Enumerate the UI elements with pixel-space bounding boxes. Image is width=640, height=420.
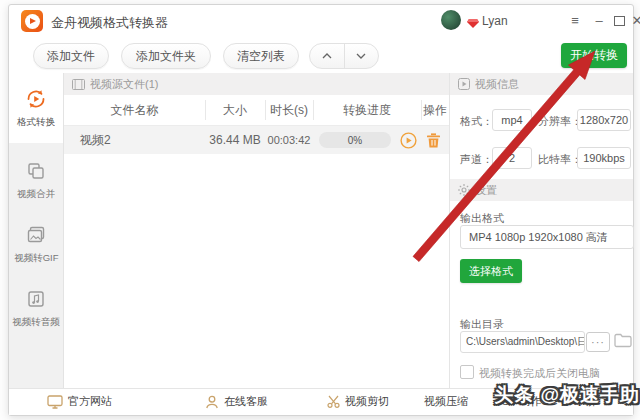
footer-label: 官方网站: [68, 394, 112, 409]
sidebar-item-format-convert[interactable]: 格式转换: [9, 73, 63, 143]
sidebar-item-label: 视频合并: [17, 187, 55, 200]
file-size: 36.44 MB: [205, 126, 265, 154]
footer-item-official-site[interactable]: 官方网站: [47, 389, 112, 414]
output-dir-value[interactable]: C:\Users\admin\Desktop\日常工: [460, 331, 585, 353]
footer-item-online-support[interactable]: 在线客服: [205, 389, 268, 414]
table-header: 文件名称 大小 时长(s) 转换进度 操作: [64, 95, 449, 126]
file-name: 视频2: [80, 126, 111, 154]
footer-item-video-compress[interactable]: 视频压缩: [424, 389, 468, 414]
browse-button[interactable]: ···: [586, 332, 610, 352]
delete-file-button[interactable]: [427, 126, 440, 154]
scissors-icon: [327, 395, 340, 408]
sidebar-item-label: 视频转GIF: [14, 251, 58, 264]
sidebar-item-label: 视频转音频: [12, 315, 60, 328]
add-folder-button[interactable]: 添加文件夹: [121, 43, 211, 69]
vip-gem-icon: [467, 15, 479, 33]
video-info-icon: [458, 78, 470, 90]
footer-label: 视频压缩: [424, 394, 468, 409]
file-list-panel: 视频源文件(1) 文件名称 大小 时长(s) 转换进度 操作 视频2 36.44…: [64, 73, 449, 389]
gear-icon: [458, 184, 470, 196]
minimize-icon[interactable]: –: [589, 12, 609, 30]
username[interactable]: Lyan: [482, 14, 508, 28]
table-row[interactable]: 视频2 36.44 MB 00:03:42 0%: [64, 126, 449, 154]
video-to-audio-icon: [25, 288, 47, 310]
reorder-buttons: [309, 43, 379, 69]
app-logo-icon: [21, 10, 43, 32]
progress-bar: 0%: [319, 132, 391, 148]
col-header-actions: 操作: [421, 95, 449, 125]
person-icon: [205, 395, 219, 409]
sidebar-item-label: 格式转换: [17, 115, 55, 128]
move-up-button[interactable]: [310, 44, 344, 68]
file-section-header: 视频源文件(1): [64, 73, 449, 95]
sidebar: 格式转换 视频合并 视频转GIF 视频转音频: [9, 73, 64, 389]
folder-icon: [614, 333, 632, 348]
video-info-title: 视频信息: [475, 77, 519, 92]
footer-item-video-cut[interactable]: 视频剪切: [327, 389, 389, 414]
sidebar-item-video-merge[interactable]: 视频合并: [9, 149, 63, 211]
choose-format-button[interactable]: 选择格式: [460, 259, 522, 283]
video-info-header: 视频信息: [450, 73, 633, 95]
footer-label: 视频剪切: [345, 394, 389, 409]
resolution-label: 分辨率：: [538, 114, 582, 129]
monitor-icon: [47, 395, 63, 409]
file-duration: 00:03:42: [265, 126, 313, 154]
settings-title: 设置: [475, 183, 497, 198]
video-merge-icon: [25, 160, 47, 182]
title-bar: 金舟视频格式转换器 Lyan ≡ – ✕: [9, 5, 633, 37]
trash-icon: [427, 133, 440, 148]
app-title: 金舟视频格式转换器: [51, 14, 168, 32]
channels-value: 2: [492, 147, 532, 169]
file-section-title: 视频源文件(1): [90, 77, 158, 92]
settings-header: 设置: [450, 179, 633, 201]
progress-label: 0%: [348, 135, 362, 146]
output-format-value[interactable]: MP4 1080p 1920x1080 高清: [460, 225, 634, 249]
shutdown-checkbox[interactable]: [460, 365, 474, 379]
add-file-button[interactable]: 添加文件: [33, 43, 109, 69]
menu-icon[interactable]: ≡: [565, 12, 585, 30]
format-value: mp4: [492, 109, 532, 131]
bitrate-value: 190kbps: [577, 147, 631, 169]
close-icon[interactable]: ✕: [627, 12, 640, 30]
resolution-value: 1280x720: [577, 109, 631, 131]
bitrate-label: 比特率：: [538, 152, 582, 167]
chevron-down-icon: [356, 53, 366, 59]
output-format-label: 输出格式: [460, 211, 504, 226]
play-circle-icon: [400, 132, 417, 149]
format-convert-icon: [25, 88, 47, 110]
chevron-up-icon: [322, 53, 332, 59]
shutdown-checkbox-label: 视频转换完成后关闭电脑: [479, 366, 600, 381]
channels-label: 声道：: [460, 152, 493, 167]
clear-list-button[interactable]: 清空列表: [223, 43, 299, 69]
right-panel: 视频信息 格式： mp4 分辨率： 1280x720 声道： 2 比特率： 19…: [449, 73, 633, 389]
sidebar-item-video-to-audio[interactable]: 视频转音频: [9, 277, 63, 339]
start-convert-button[interactable]: 开始转换: [561, 43, 627, 68]
col-header-name: 文件名称: [64, 95, 205, 125]
open-folder-button[interactable]: [614, 333, 632, 352]
move-down-button[interactable]: [344, 44, 379, 68]
app-window: 金舟视频格式转换器 Lyan ≡ – ✕ 添加文件 添加文件夹 清空列表 开始转…: [8, 4, 634, 416]
user-avatar[interactable]: [441, 10, 461, 30]
output-dir-label: 输出目录: [460, 317, 504, 332]
footer-label: 在线客服: [224, 394, 268, 409]
maximize-icon[interactable]: [614, 16, 625, 26]
play-preview-button[interactable]: [400, 126, 417, 154]
film-icon: [72, 79, 85, 90]
format-label: 格式：: [460, 114, 493, 129]
col-header-duration: 时长(s): [265, 95, 313, 125]
watermark: 头条 @极速手助: [494, 382, 640, 408]
sidebar-item-video-to-gif[interactable]: 视频转GIF: [9, 213, 63, 275]
col-header-progress: 转换进度: [313, 95, 421, 125]
video-to-gif-icon: [25, 224, 47, 246]
toolbar: 添加文件 添加文件夹 清空列表 开始转换: [9, 37, 633, 74]
col-header-size: 大小: [205, 95, 265, 125]
